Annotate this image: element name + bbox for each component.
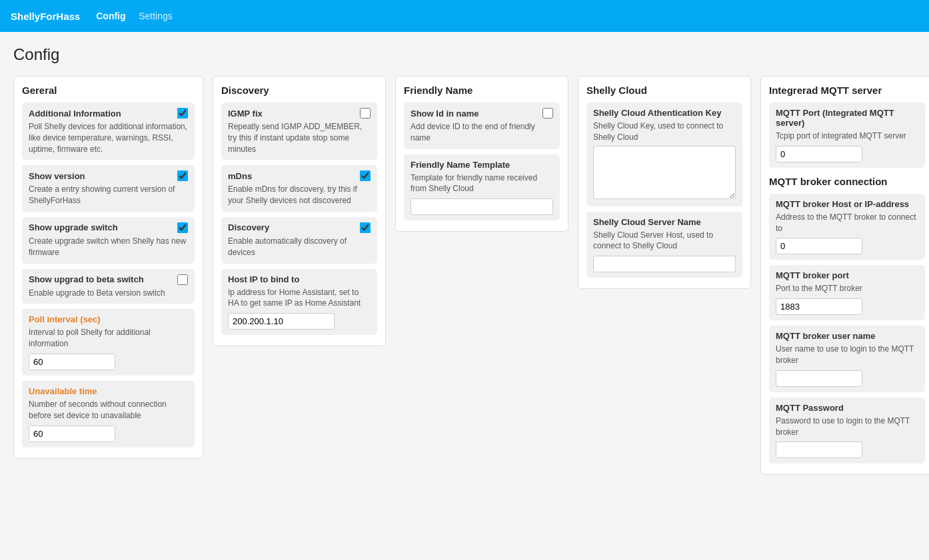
card-host-ip-label: Host IP to bind to bbox=[228, 274, 299, 284]
input-shelly-cloud-server-name[interactable] bbox=[593, 256, 736, 272]
card-mqtt-broker-host-desc: Address to the MQTT broker to connect to bbox=[776, 212, 918, 234]
card-mqtt-broker-host-label: MQTT broker Host or IP-address bbox=[776, 199, 909, 209]
card-friendly-name-template-label: Friendly Name Template bbox=[411, 160, 510, 170]
checkbox-mdns[interactable] bbox=[360, 170, 371, 181]
card-friendly-name-template: Friendly Name Template Template for frie… bbox=[404, 154, 560, 221]
card-friendly-name-template-desc: Template for friendly name received from… bbox=[411, 172, 553, 195]
checkbox-show-version[interactable] bbox=[177, 170, 188, 181]
columns-layout: Gereral Additional Information Poll Shel… bbox=[13, 76, 916, 475]
card-mqtt-broker-user: MQTT broker user name User name to use t… bbox=[769, 326, 925, 392]
card-mqtt-port-integrated-label: MQTT Port (Integrated MQTT server) bbox=[776, 108, 918, 128]
card-mqtt-broker-user-desc: User name to use to login to the MQTT br… bbox=[776, 344, 918, 366]
input-unavailable-time[interactable] bbox=[29, 425, 115, 442]
card-poll-interval: Poll interval (sec) Interval to poll She… bbox=[22, 309, 195, 376]
section-mqtt-broker-title: MQTT broker connection bbox=[769, 176, 925, 187]
page-title: Config bbox=[13, 45, 916, 64]
checkbox-show-id-in-name[interactable] bbox=[542, 108, 553, 119]
checkbox-show-upgrade-switch[interactable] bbox=[177, 222, 188, 233]
input-friendly-name-template[interactable] bbox=[411, 198, 553, 215]
card-mdns: mDns Enable mDns for discovery, try this… bbox=[221, 165, 377, 212]
card-show-id-in-name-desc: Add device ID to the end of friendly nam… bbox=[411, 121, 553, 144]
card-show-version: Show version Create a entry showing curr… bbox=[22, 165, 195, 212]
card-show-beta-switch: Show upgrad to beta switch Enable upgrad… bbox=[22, 269, 195, 304]
card-unavailable-time-desc: Number of seconds without connection bef… bbox=[29, 399, 188, 421]
card-show-version-desc: Create a entry showing current version o… bbox=[29, 184, 188, 206]
card-mqtt-password: MQTT Password Password to use to login t… bbox=[769, 398, 925, 464]
card-mqtt-password-label: MQTT Password bbox=[776, 403, 844, 413]
card-igmp-fix-desc: Repeatly send IGMP ADD_MEMBER, try this … bbox=[228, 121, 371, 154]
card-show-version-label: Show version bbox=[29, 171, 85, 181]
section-discovery: Discovery IGMP fix Repeatly send IGMP AD… bbox=[213, 76, 386, 346]
card-mqtt-port-integrated-desc: Tcpip port of integrated MQTT server bbox=[776, 131, 918, 142]
card-additional-info-desc: Poll Shelly devices for additional infor… bbox=[29, 121, 188, 154]
section-friendly-name: Friendly Name Show Id in name Add device… bbox=[395, 76, 568, 232]
card-mqtt-broker-host: MQTT broker Host or IP-address Address t… bbox=[769, 194, 925, 260]
input-mqtt-port-integrated[interactable] bbox=[776, 146, 862, 162]
section-discovery-title: Discovery bbox=[221, 85, 377, 96]
brand-logo: ShellyForHass bbox=[11, 11, 80, 22]
card-show-beta-switch-desc: Enable upgrade to Beta version switch bbox=[29, 288, 188, 299]
card-discovery-desc: Enable automatically discovery of device… bbox=[228, 236, 371, 258]
input-mqtt-broker-host[interactable] bbox=[776, 238, 862, 254]
card-mqtt-password-desc: Password to use to login to the MQTT bro… bbox=[776, 416, 918, 438]
card-show-upgrade-switch: Show upgrade switch Create upgrade switc… bbox=[22, 217, 195, 264]
section-friendly-name-title: Friendly Name bbox=[404, 85, 560, 96]
card-show-id-in-name-label: Show Id in name bbox=[411, 109, 479, 119]
card-unavailable-time-label: Unavailable time bbox=[29, 386, 97, 396]
card-show-upgrade-switch-desc: Create upgrade switch when Shelly has ne… bbox=[29, 236, 188, 258]
input-host-ip[interactable] bbox=[228, 313, 335, 330]
nav-settings[interactable]: Settings bbox=[139, 11, 173, 21]
card-show-upgrade-switch-label: Show upgrade switch bbox=[29, 222, 118, 232]
card-mqtt-port-integrated: MQTT Port (Integrated MQTT server) Tcpip… bbox=[769, 103, 925, 168]
card-show-beta-switch-label: Show upgrad to beta switch bbox=[29, 274, 144, 284]
page: Config Gereral Additional Information Po… bbox=[0, 32, 929, 488]
input-mqtt-password[interactable] bbox=[776, 441, 862, 458]
card-mdns-label: mDns bbox=[228, 171, 252, 181]
card-igmp-fix: IGMP fix Repeatly send IGMP ADD_MEMBER, … bbox=[221, 103, 377, 160]
nav-config[interactable]: Config bbox=[96, 11, 125, 21]
input-poll-interval[interactable] bbox=[29, 354, 115, 370]
card-discovery: Discovery Enable automatically discovery… bbox=[221, 217, 377, 264]
card-poll-interval-label: Poll interval (sec) bbox=[29, 314, 101, 324]
input-mqtt-broker-port[interactable] bbox=[776, 298, 862, 315]
card-shelly-cloud-auth-key: Shelly Cloud Athentication Key Shelly Cl… bbox=[586, 103, 742, 206]
card-mqtt-broker-port-label: MQTT broker port bbox=[776, 270, 849, 280]
card-mdns-desc: Enable mDns for discovery, try this if y… bbox=[228, 184, 371, 206]
card-host-ip-desc: Ip address for Home Assistant, set to HA… bbox=[228, 287, 371, 310]
main-nav: Config Settings bbox=[96, 11, 183, 21]
card-additional-info-label: Additional Information bbox=[29, 109, 121, 119]
card-shelly-cloud-server-name: Shelly Cloud Server Name Shelly Cloud Se… bbox=[586, 212, 742, 278]
card-igmp-fix-label: IGMP fix bbox=[228, 109, 263, 119]
card-additional-info: Additional Information Poll Shelly devic… bbox=[22, 103, 195, 160]
card-shelly-cloud-auth-key-label: Shelly Cloud Athentication Key bbox=[593, 108, 721, 118]
card-unavailable-time: Unavailable time Number of seconds witho… bbox=[22, 381, 195, 447]
checkbox-show-beta-switch[interactable] bbox=[177, 274, 188, 285]
card-mqtt-broker-user-label: MQTT broker user name bbox=[776, 331, 876, 341]
card-host-ip: Host IP to bind to Ip address for Home A… bbox=[221, 269, 377, 336]
card-shelly-cloud-server-name-label: Shelly Cloud Server Name bbox=[593, 217, 701, 227]
checkbox-igmp-fix[interactable] bbox=[360, 108, 371, 119]
section-general: Gereral Additional Information Poll Shel… bbox=[13, 76, 203, 459]
header: ShellyForHass Config Settings bbox=[0, 0, 929, 32]
card-mqtt-broker-port: MQTT broker port Port to the MQTT broker bbox=[769, 265, 925, 320]
section-general-title: Gereral bbox=[22, 85, 195, 96]
card-discovery-label: Discovery bbox=[228, 222, 269, 232]
section-shelly-cloud-title: Shelly Cloud bbox=[586, 85, 742, 96]
card-show-id-in-name: Show Id in name Add device ID to the end… bbox=[404, 103, 560, 149]
textarea-shelly-cloud-auth-key[interactable] bbox=[593, 146, 736, 199]
section-mqtt: Integrerad MQTT server MQTT Port (Integr… bbox=[760, 76, 929, 475]
card-mqtt-broker-port-desc: Port to the MQTT broker bbox=[776, 283, 918, 294]
checkbox-discovery[interactable] bbox=[360, 222, 371, 233]
card-shelly-cloud-server-name-desc: Shelly Cloud Server Host, used to connec… bbox=[593, 230, 736, 252]
card-shelly-cloud-auth-key-desc: Shelly Cloud Key, used to connect to She… bbox=[593, 121, 736, 143]
checkbox-additional-info[interactable] bbox=[177, 108, 188, 119]
input-mqtt-broker-user[interactable] bbox=[776, 370, 862, 387]
section-shelly-cloud: Shelly Cloud Shelly Cloud Athentication … bbox=[578, 76, 751, 289]
card-poll-interval-desc: Interval to poll Shelly for additional i… bbox=[29, 327, 188, 350]
section-mqtt-title: Integrerad MQTT server bbox=[769, 85, 925, 96]
